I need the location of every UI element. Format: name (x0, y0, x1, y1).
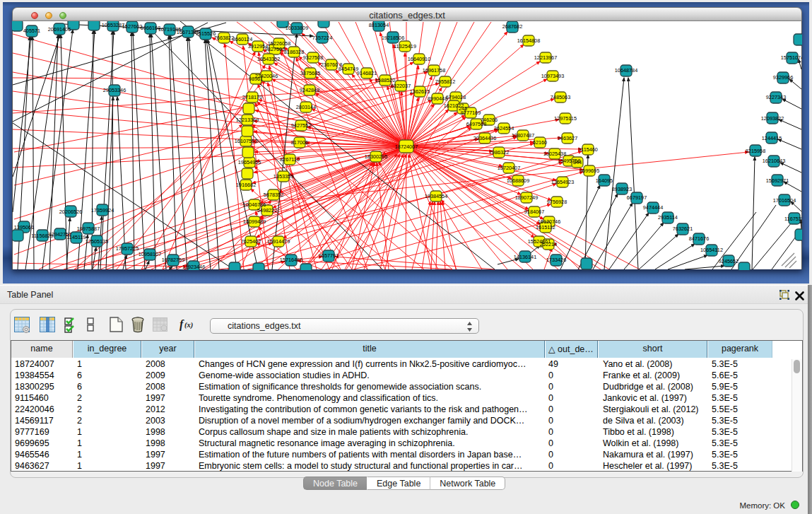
svg-text:15720407: 15720407 (498, 165, 520, 171)
svg-text:10025438: 10025438 (543, 151, 566, 157)
svg-text:9146821: 9146821 (357, 70, 377, 76)
svg-text:17016504: 17016504 (773, 197, 796, 204)
svg-text:1527602: 1527602 (122, 23, 142, 30)
svg-text:9474444: 9474444 (643, 204, 663, 211)
svg-text:9227343: 9227343 (766, 94, 786, 100)
svg-text:7485063: 7485063 (551, 94, 570, 100)
svg-text:15226058: 15226058 (268, 40, 290, 47)
svg-text:9115460: 9115460 (578, 146, 598, 153)
svg-text:9777169: 9777169 (461, 110, 481, 116)
svg-text:16914479: 16914479 (267, 238, 290, 245)
svg-text:2687682: 2687682 (502, 23, 522, 30)
svg-text:1145119: 1145119 (66, 234, 86, 240)
svg-text:98961: 98961 (249, 76, 263, 82)
svg-text:(x): (x) (184, 321, 193, 329)
svg-text:12505135: 12505135 (86, 238, 108, 245)
svg-text:3875685: 3875685 (300, 70, 320, 76)
svg-text:11325419: 11325419 (394, 43, 416, 49)
svg-text:8990448: 8990448 (428, 95, 447, 102)
svg-text:1167533: 1167533 (784, 216, 802, 222)
svg-text:16210643: 16210643 (763, 158, 785, 164)
svg-text:12923446: 12923446 (182, 264, 205, 270)
svg-text:7632621: 7632621 (673, 226, 693, 232)
svg-text:29053346: 29053346 (103, 87, 126, 93)
svg-text:8215958: 8215958 (746, 148, 765, 154)
svg-text:1244415: 1244415 (762, 135, 782, 141)
svg-text:12213369: 12213369 (236, 117, 259, 123)
svg-text:7357224: 7357224 (312, 35, 332, 41)
svg-text:5878352: 5878352 (264, 192, 283, 198)
svg-text:16107553: 16107553 (235, 138, 257, 144)
svg-text:7986322: 7986322 (489, 149, 509, 156)
svg-text:15751074: 15751074 (781, 54, 802, 61)
svg-text:164095: 164095 (596, 177, 613, 184)
svg-text:19975887: 19975887 (77, 226, 100, 232)
svg-text:9327508: 9327508 (303, 54, 323, 61)
svg-text:1353359: 1353359 (273, 173, 293, 180)
svg-text:16782759: 16782759 (162, 257, 184, 263)
svg-text:7625402: 7625402 (241, 238, 261, 245)
svg-text:9699695: 9699695 (579, 168, 599, 174)
svg-text:20206526: 20206526 (59, 209, 82, 215)
svg-text:15692971: 15692971 (766, 177, 789, 184)
svg-text:16154808: 16154808 (517, 37, 540, 44)
svg-text:20691406: 20691406 (48, 26, 71, 33)
svg-text:6794028: 6794028 (446, 94, 466, 100)
svg-text:10653287: 10653287 (102, 22, 124, 28)
svg-text:10807487: 10807487 (512, 132, 534, 139)
svg-text:10958107: 10958107 (139, 251, 161, 257)
svg-text:9427552: 9427552 (291, 122, 311, 129)
svg-text:12975115: 12975115 (554, 115, 577, 122)
svg-text:3624554: 3624554 (494, 125, 514, 132)
svg-text:14099489: 14099489 (243, 218, 266, 225)
svg-text:8813054: 8813054 (369, 22, 389, 28)
svg-text:844: 844 (573, 159, 582, 165)
svg-text:9657791: 9657791 (319, 252, 339, 259)
svg-text:18907249: 18907249 (515, 194, 538, 201)
svg-text:5498222: 5498222 (257, 207, 277, 214)
svg-text:18724007: 18724007 (395, 144, 418, 150)
svg-text:8471676: 8471676 (689, 235, 709, 242)
svg-text:7955812: 7955812 (435, 78, 455, 85)
svg-text:405571: 405571 (23, 28, 40, 34)
svg-text:1916682: 1916682 (236, 182, 256, 188)
svg-text:f: f (180, 318, 184, 331)
svg-text:9184067: 9184067 (524, 209, 544, 215)
svg-text:16640910: 16640910 (408, 56, 430, 62)
svg-text:2803144: 2803144 (296, 104, 316, 110)
svg-text:7515526: 7515526 (196, 30, 216, 37)
svg-text:10654112: 10654112 (700, 247, 723, 253)
svg-text:8267110: 8267110 (280, 156, 300, 163)
svg-text:16961758: 16961758 (423, 67, 445, 74)
svg-text:1615112: 1615112 (536, 224, 555, 230)
svg-text:16543362: 16543362 (257, 56, 280, 62)
svg-text:19218506: 19218506 (382, 35, 404, 41)
svg-text:1733426: 1733426 (546, 257, 566, 263)
svg-text:17359924: 17359924 (91, 207, 114, 214)
svg-text:10973493: 10973493 (541, 73, 564, 79)
svg-text:2935114: 2935114 (658, 214, 678, 221)
svg-text:19654955: 19654955 (238, 159, 261, 165)
svg-text:12093822: 12093822 (761, 115, 784, 122)
svg-text:20364436: 20364436 (473, 135, 496, 141)
svg-text:2718170: 2718170 (242, 94, 262, 100)
svg-text:7663822: 7663822 (214, 35, 234, 41)
svg-text:15716485: 15716485 (280, 257, 302, 263)
svg-text:8938923: 8938923 (612, 186, 632, 192)
svg-text:16033809: 16033809 (286, 25, 308, 31)
svg-text:9245652: 9245652 (719, 258, 739, 264)
svg-text:8660124: 8660124 (233, 36, 252, 42)
svg-text:252214: 252214 (540, 241, 557, 247)
svg-text:1362615: 1362615 (410, 88, 430, 95)
svg-text:12213967: 12213967 (534, 54, 557, 61)
svg-text:13654923: 13654923 (551, 179, 574, 185)
svg-text:8322037: 8322037 (391, 83, 411, 89)
svg-text:19384554: 19384554 (425, 193, 447, 199)
svg-text:9756928: 9756928 (547, 199, 567, 205)
svg-text:10648784: 10648784 (615, 67, 637, 74)
svg-text:6679197: 6679197 (627, 194, 647, 201)
svg-text:8454749: 8454749 (339, 66, 358, 72)
svg-text:62160: 62160 (533, 139, 547, 146)
svg-text:746266: 746266 (481, 117, 498, 123)
svg-text:17957225: 17957225 (116, 245, 139, 252)
